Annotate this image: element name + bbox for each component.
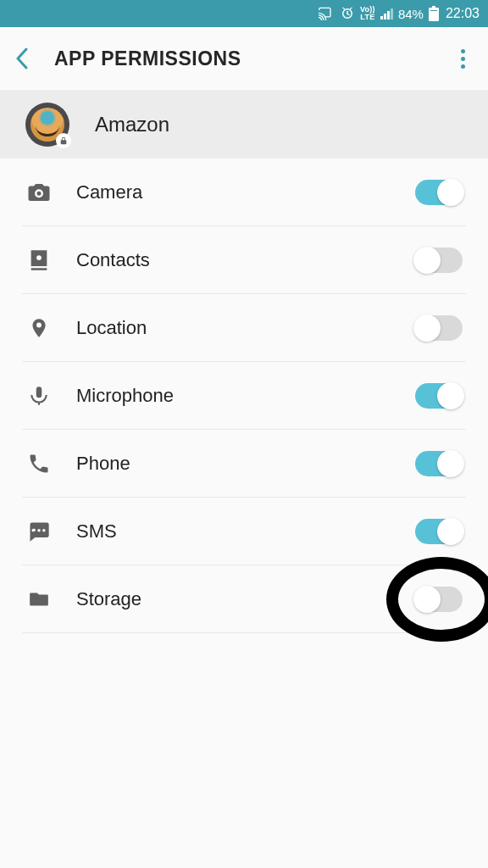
- permission-toggle-microphone[interactable]: [415, 383, 463, 409]
- alarm-icon: [340, 6, 355, 21]
- permission-row-camera: Camera: [22, 159, 466, 226]
- back-button[interactable]: [15, 47, 39, 70]
- microphone-icon: [25, 383, 53, 409]
- permission-label: Contacts: [76, 249, 391, 271]
- permission-label: Storage: [76, 588, 391, 610]
- permission-label: Location: [76, 317, 391, 339]
- permission-toggle-storage[interactable]: [415, 587, 463, 612]
- sms-icon: [25, 520, 53, 543]
- permission-row-storage: Storage: [22, 565, 466, 633]
- permission-toggle-location[interactable]: [415, 315, 463, 341]
- permission-toggle-phone[interactable]: [415, 451, 463, 476]
- permission-row-location: Location: [22, 294, 466, 362]
- location-icon: [25, 314, 53, 342]
- permission-label: Camera: [76, 181, 391, 203]
- permission-label: Phone: [76, 453, 391, 475]
- permission-toggle-contacts[interactable]: [415, 248, 463, 273]
- permission-toggle-sms[interactable]: [415, 519, 463, 544]
- overflow-menu[interactable]: [452, 49, 473, 69]
- battery-percentage: 84%: [398, 7, 424, 21]
- battery-icon: [429, 6, 439, 21]
- permission-toggle-camera[interactable]: [415, 180, 463, 205]
- clock: 22:03: [446, 6, 480, 21]
- header: APP PERMISSIONS: [0, 27, 488, 91]
- permission-label: SMS: [76, 520, 391, 542]
- cast-icon: [318, 7, 335, 20]
- camera-icon: [25, 180, 53, 205]
- lock-icon: [56, 133, 71, 148]
- phone-icon: [25, 452, 53, 476]
- app-icon: [25, 103, 69, 147]
- permission-label: Microphone: [76, 385, 391, 407]
- contacts-icon: [25, 248, 53, 273]
- permissions-list: CameraContactsLocationMicrophonePhoneSMS…: [22, 159, 466, 633]
- status-icons: Vo)) LTE 84% 22:03: [318, 6, 480, 21]
- permission-row-phone: Phone: [22, 430, 466, 498]
- permission-row-microphone: Microphone: [22, 362, 466, 430]
- storage-icon: [25, 588, 53, 610]
- app-header-row: Amazon: [0, 91, 488, 159]
- page-title: APP PERMISSIONS: [54, 47, 452, 70]
- app-name: Amazon: [95, 113, 169, 136]
- svg-rect-0: [430, 11, 437, 19]
- status-bar: Vo)) LTE 84% 22:03: [0, 0, 488, 27]
- signal-icon: [380, 8, 393, 19]
- volte-indicator: Vo)) LTE: [360, 6, 375, 21]
- permission-row-sms: SMS: [22, 498, 466, 565]
- permission-row-contacts: Contacts: [22, 226, 466, 294]
